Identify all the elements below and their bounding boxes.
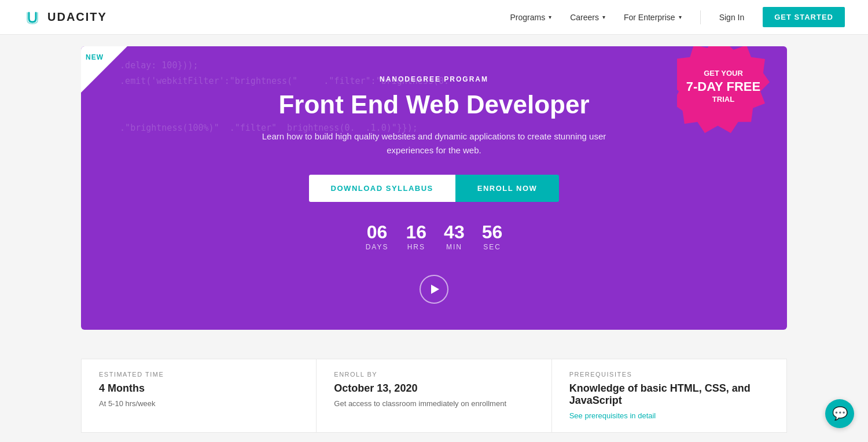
logo[interactable]: UDACITY xyxy=(23,8,107,27)
hero-description: Learn how to build high quality websites… xyxy=(255,130,613,157)
hero-subtitle: NANODEGREE PROGRAM xyxy=(104,75,764,83)
info-enroll-desc: Get access to classroom immediately on e… xyxy=(334,398,534,410)
info-enroll-label: ENROLL BY xyxy=(334,371,534,378)
logo-text: UDACITY xyxy=(47,10,107,24)
countdown-min: 43 MIN xyxy=(444,223,465,252)
info-time-label: ESTIMATED TIME xyxy=(99,371,299,378)
signin-link[interactable]: Sign In xyxy=(719,13,745,22)
nav-divider xyxy=(700,10,701,24)
nav-enterprise[interactable]: For Enterprise ▾ xyxy=(624,13,682,22)
chevron-down-icon: ▾ xyxy=(679,14,682,20)
chat-button[interactable]: 💬 xyxy=(825,399,854,428)
countdown-sec: 56 SEC xyxy=(482,223,503,252)
hero-card: .delay: 100})); .emit('webkitFilter':"br… xyxy=(81,46,787,330)
info-card-enroll: ENROLL BY October 13, 2020 Get access to… xyxy=(317,359,551,433)
info-prereq-title: Knowledge of basic HTML, CSS, and JavaSc… xyxy=(569,382,769,407)
play-btn-wrapper xyxy=(104,275,764,304)
nav-careers[interactable]: Careers ▾ xyxy=(570,13,605,22)
info-section: ESTIMATED TIME 4 Months At 5-10 hrs/week… xyxy=(0,341,868,433)
navbar: UDACITY Programs ▾ Careers ▾ For Enterpr… xyxy=(0,0,868,35)
play-button[interactable] xyxy=(420,275,448,304)
new-badge-text: NEW xyxy=(86,53,104,61)
info-enroll-title: October 13, 2020 xyxy=(334,382,534,395)
chevron-down-icon: ▾ xyxy=(602,14,605,20)
udacity-logo-icon xyxy=(23,8,42,27)
info-card-time: ESTIMATED TIME 4 Months At 5-10 hrs/week xyxy=(81,359,317,433)
hero-content: NANODEGREE PROGRAM Front End Web Develop… xyxy=(81,75,787,304)
nav-links: Programs ▾ Careers ▾ For Enterprise ▾ Si… xyxy=(510,7,845,27)
countdown-days: 06 DAYS xyxy=(366,223,389,252)
countdown: 06 DAYS 16 HRS 43 MIN 56 SEC xyxy=(104,223,764,252)
download-syllabus-button[interactable]: DOWNLOAD SYLLABUS xyxy=(309,175,455,202)
prereq-link[interactable]: See prerequisites in detail xyxy=(569,411,656,420)
play-icon xyxy=(431,285,439,294)
get-started-button[interactable]: GET STARTED xyxy=(763,7,845,27)
info-time-desc: At 5-10 hrs/week xyxy=(99,398,299,410)
chat-icon: 💬 xyxy=(832,406,848,421)
nav-programs[interactable]: Programs ▾ xyxy=(510,13,551,22)
enroll-now-button[interactable]: ENROLL NOW xyxy=(455,175,560,202)
info-card-prereq: PREREQUISITES Knowledge of basic HTML, C… xyxy=(552,359,787,433)
info-time-title: 4 Months xyxy=(99,382,299,395)
info-prereq-label: PREREQUISITES xyxy=(569,371,769,378)
chevron-down-icon: ▾ xyxy=(549,14,551,20)
hero-wrapper: .delay: 100})); .emit('webkitFilter':"br… xyxy=(0,35,868,341)
hero-buttons: DOWNLOAD SYLLABUS ENROLL NOW xyxy=(104,175,764,202)
hero-title: Front End Web Developer xyxy=(104,90,764,119)
countdown-hrs: 16 HRS xyxy=(406,223,427,252)
